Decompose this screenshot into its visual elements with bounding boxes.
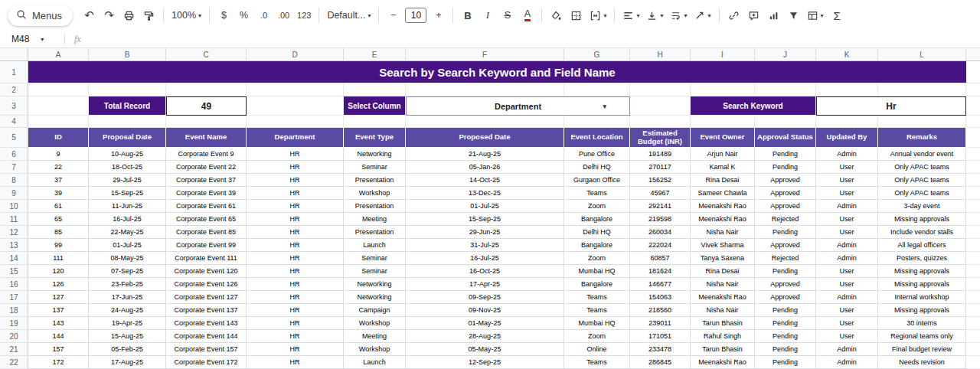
table-cell[interactable]: 120 <box>28 265 89 278</box>
table-cell[interactable]: Corporate Event 127 <box>166 291 247 304</box>
redo-button[interactable]: ↷ <box>100 5 119 25</box>
table-cell[interactable]: Meenakshi Rao <box>691 356 755 369</box>
table-cell[interactable]: 14-Oct-25 <box>406 174 564 187</box>
table-cell[interactable]: Corporate Event 22 <box>166 161 247 174</box>
table-cell[interactable]: Kamal K <box>691 161 755 174</box>
row-header[interactable]: 3 <box>0 96 28 116</box>
table-cell[interactable]: 17-Jun-25 <box>89 291 166 304</box>
table-cell[interactable]: Missing approvals <box>878 278 966 291</box>
empty-cell[interactable] <box>344 83 406 96</box>
table-cell[interactable]: 37 <box>28 174 89 187</box>
empty-cell[interactable] <box>816 83 878 96</box>
table-header-cell[interactable]: Proposed Date <box>406 128 564 148</box>
table-cell[interactable]: HR <box>247 343 344 356</box>
table-header-cell[interactable]: ID <box>28 128 89 148</box>
table-cell[interactable]: 157 <box>28 343 89 356</box>
column-header[interactable]: D <box>247 48 344 61</box>
table-cell[interactable]: Corporate Event 39 <box>166 187 247 200</box>
table-cell[interactable]: Presentation <box>344 200 406 213</box>
table-cell[interactable]: 18-Oct-25 <box>89 161 166 174</box>
banner-title[interactable]: Search by Search Keyword and Field Name <box>28 61 966 83</box>
table-views-button[interactable]: ▾ <box>804 5 827 25</box>
decrease-font-size-button[interactable]: − <box>384 5 403 25</box>
table-cell[interactable]: 292141 <box>630 200 691 213</box>
text-wrap-button[interactable]: ▾ <box>667 5 690 25</box>
table-cell[interactable]: Corporate Event 172 <box>166 356 247 369</box>
table-cell[interactable]: Campaign <box>344 304 406 317</box>
table-cell[interactable]: 286845 <box>630 356 691 369</box>
empty-cell[interactable] <box>564 116 630 128</box>
table-cell[interactable]: Mumbai HQ <box>564 317 630 330</box>
table-cell[interactable]: HR <box>247 148 344 161</box>
table-cell[interactable]: Corporate Event 9 <box>166 148 247 161</box>
empty-cell[interactable] <box>691 116 755 128</box>
table-header-cell[interactable]: Event Owner <box>691 128 755 148</box>
column-header[interactable]: C <box>166 48 247 61</box>
table-cell[interactable]: Pending <box>755 226 816 239</box>
empty-cell[interactable] <box>247 96 344 116</box>
table-cell[interactable]: 05-Feb-25 <box>89 343 166 356</box>
table-cell[interactable]: 16-Oct-25 <box>406 265 564 278</box>
table-cell[interactable]: User <box>816 226 878 239</box>
table-cell[interactable]: Delhi HQ <box>564 161 630 174</box>
table-cell[interactable]: Pending <box>755 330 816 343</box>
table-cell[interactable]: Only APAC teams <box>878 174 966 187</box>
table-cell[interactable]: Teams <box>564 291 630 304</box>
create-filter-button[interactable] <box>784 5 803 25</box>
table-cell[interactable]: 60857 <box>630 252 691 265</box>
table-cell[interactable]: User <box>816 187 878 200</box>
table-cell[interactable]: HR <box>247 174 344 187</box>
empty-cell[interactable] <box>166 83 247 96</box>
empty-cell[interactable] <box>630 116 691 128</box>
currency-format-button[interactable]: $ <box>214 5 234 25</box>
table-cell[interactable]: 99 <box>28 239 89 252</box>
table-cell[interactable]: HR <box>247 252 344 265</box>
table-cell[interactable]: Rejected <box>755 213 816 226</box>
table-cell[interactable]: 260034 <box>630 226 691 239</box>
table-cell[interactable]: Pending <box>755 317 816 330</box>
insert-comment-button[interactable] <box>744 5 763 25</box>
row-header[interactable]: 14 <box>0 252 28 265</box>
row-header[interactable]: 9 <box>0 187 28 200</box>
decrease-decimal-button[interactable]: .0 <box>254 5 273 25</box>
column-header[interactable]: K <box>816 48 878 61</box>
table-cell[interactable]: 137 <box>28 304 89 317</box>
empty-cell[interactable] <box>755 83 816 96</box>
table-cell[interactable]: Rina Desai <box>691 174 755 187</box>
table-cell[interactable]: User <box>816 330 878 343</box>
insert-chart-button[interactable] <box>764 5 783 25</box>
table-cell[interactable]: Approved <box>755 200 816 213</box>
table-cell[interactable]: 01-Jul-25 <box>406 200 564 213</box>
table-cell[interactable]: HR <box>247 187 344 200</box>
table-cell[interactable]: Corporate Event 143 <box>166 317 247 330</box>
search-keyword-value[interactable]: Hr <box>816 96 966 116</box>
empty-cell[interactable] <box>166 116 247 128</box>
table-cell[interactable]: 191489 <box>630 148 691 161</box>
empty-cell[interactable] <box>630 96 691 116</box>
empty-cell[interactable] <box>564 83 630 96</box>
table-header-cell[interactable]: Proposal Date <box>89 128 166 148</box>
table-cell[interactable]: Mumbai HQ <box>564 265 630 278</box>
table-cell[interactable]: 219598 <box>630 213 691 226</box>
table-cell[interactable]: Corporate Event 126 <box>166 278 247 291</box>
table-cell[interactable]: Corporate Event 99 <box>166 239 247 252</box>
table-cell[interactable]: Bangalore <box>564 239 630 252</box>
table-cell[interactable]: Teams <box>564 304 630 317</box>
table-cell[interactable]: Meenakshi Rao <box>691 291 755 304</box>
increase-font-size-button[interactable]: + <box>429 5 448 25</box>
empty-cell[interactable] <box>28 96 89 116</box>
table-cell[interactable]: Presentation <box>344 226 406 239</box>
fill-color-button[interactable] <box>547 5 566 25</box>
table-cell[interactable]: Arjun Nair <box>691 148 755 161</box>
table-cell[interactable]: 05-May-25 <box>406 343 564 356</box>
table-cell[interactable]: Gurgaon Office <box>564 174 630 187</box>
row-header[interactable]: 10 <box>0 200 28 213</box>
table-cell[interactable]: Corporate Event 65 <box>166 213 247 226</box>
table-cell[interactable]: 24-Aug-25 <box>89 304 166 317</box>
table-cell[interactable]: Corporate Event 157 <box>166 343 247 356</box>
table-cell[interactable]: Teams <box>564 187 630 200</box>
table-cell[interactable]: Launch <box>344 356 406 369</box>
table-cell[interactable]: 11-Jun-25 <box>89 200 166 213</box>
table-cell[interactable]: Pending <box>755 148 816 161</box>
table-cell[interactable]: Include vendor stalls <box>878 226 966 239</box>
